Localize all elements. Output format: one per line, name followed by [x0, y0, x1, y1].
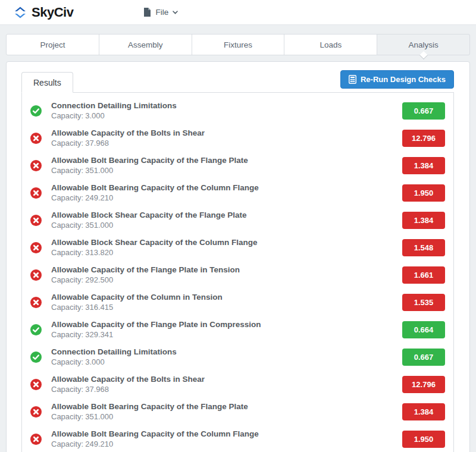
design-check-row[interactable]: Allowable Capacity of the Bolts in Shear… — [29, 371, 446, 398]
check-capacity: Capacity:292.500 — [51, 275, 402, 285]
results-list: Connection Detailing Limitations Capacit… — [21, 92, 454, 452]
check-capacity: Capacity:351.000 — [51, 220, 402, 230]
check-capacity: Capacity:249.210 — [51, 193, 402, 203]
check-capacity: Capacity:37.968 — [51, 384, 402, 394]
capacity-prefix: Capacity: — [51, 385, 83, 394]
chevron-down-icon — [173, 11, 178, 14]
ratio-badge: 12.796 — [402, 376, 445, 393]
check-title: Allowable Bolt Bearing Capacity of the C… — [51, 183, 402, 193]
ratio-badge: 0.667 — [402, 102, 445, 120]
skyciv-logo[interactable]: SkyCiv — [13, 5, 73, 20]
capacity-prefix: Capacity: — [51, 303, 83, 312]
x-circle-icon — [30, 242, 42, 253]
panel-head: Results Re-Run Design Checks — [21, 70, 454, 92]
check-title: Allowable Capacity of the Bolts in Shear — [51, 374, 402, 384]
design-check-row[interactable]: Allowable Capacity of the Flange Plate i… — [29, 261, 446, 288]
capacity-value: 249.210 — [85, 193, 113, 202]
tab-label: Loads — [320, 40, 342, 49]
capacity-value: 249.210 — [85, 440, 113, 448]
check-capacity: Capacity:313.820 — [51, 247, 402, 258]
analysis-panel: Results Re-Run Design Checks — [6, 61, 470, 452]
capacity-prefix: Capacity: — [51, 357, 83, 366]
capacity-value: 3.000 — [85, 111, 105, 120]
capacity-value: 37.968 — [85, 385, 109, 394]
capacity-value: 351.000 — [85, 412, 113, 421]
capacity-prefix: Capacity: — [51, 221, 83, 230]
x-circle-icon — [30, 133, 42, 144]
capacity-prefix: Capacity: — [51, 193, 83, 202]
ratio-badge: 1.535 — [402, 294, 445, 311]
design-check-row[interactable]: Allowable Block Shear Capacity of the Fl… — [29, 206, 446, 234]
main-tab-bar: ProjectAssemblyFixturesLoadsAnalysis — [6, 34, 470, 55]
tab-label: Project — [40, 40, 65, 49]
capacity-prefix: Capacity: — [51, 330, 83, 339]
ratio-badge: 0.667 — [402, 349, 445, 366]
tab-analysis[interactable]: Analysis — [377, 34, 470, 55]
capacity-prefix: Capacity: — [51, 166, 83, 175]
check-title: Allowable Bolt Bearing Capacity of the F… — [51, 401, 402, 412]
design-check-row[interactable]: Allowable Bolt Bearing Capacity of the F… — [29, 398, 446, 425]
check-circle-icon — [30, 105, 42, 117]
check-capacity: Capacity:351.000 — [51, 165, 402, 175]
file-menu[interactable]: File — [143, 8, 178, 17]
tab-loads[interactable]: Loads — [284, 34, 377, 55]
design-check-row[interactable]: Connection Detailing Limitations Capacit… — [29, 97, 446, 124]
x-circle-icon — [30, 187, 42, 199]
capacity-value: 313.820 — [85, 248, 113, 257]
logo-text: SkyCiv — [32, 5, 73, 20]
rerun-design-checks-button[interactable]: Re-Run Design Checks — [340, 70, 454, 89]
tab-label: Assembly — [128, 40, 163, 49]
tab-fixtures[interactable]: Fixtures — [192, 34, 285, 55]
capacity-value: 37.968 — [85, 139, 109, 147]
check-title: Allowable Capacity of the Flange Plate i… — [51, 265, 402, 275]
check-capacity: Capacity:316.415 — [51, 302, 402, 312]
check-title: Allowable Capacity of the Flange Plate i… — [51, 319, 402, 329]
x-circle-icon — [30, 297, 42, 308]
capacity-value: 316.415 — [85, 303, 113, 312]
capacity-prefix: Capacity: — [51, 111, 83, 120]
capacity-prefix: Capacity: — [51, 275, 83, 284]
check-title: Allowable Block Shear Capacity of the Fl… — [51, 210, 402, 220]
check-title: Allowable Capacity of the Bolts in Shear — [51, 128, 402, 138]
tab-label: Fixtures — [224, 40, 252, 49]
ratio-badge: 1.548 — [402, 239, 445, 256]
design-check-row[interactable]: Allowable Block Shear Capacity of the Co… — [29, 234, 446, 261]
x-circle-icon — [30, 160, 42, 171]
capacity-prefix: Capacity: — [51, 248, 83, 257]
x-circle-icon — [30, 269, 42, 281]
capacity-prefix: Capacity: — [51, 412, 83, 421]
design-check-row[interactable]: Allowable Capacity of the Bolts in Shear… — [29, 124, 446, 152]
file-icon — [143, 8, 151, 17]
design-check-row[interactable]: Allowable Bolt Bearing Capacity of the F… — [29, 152, 446, 179]
tab-assembly[interactable]: Assembly — [99, 34, 192, 55]
check-capacity: Capacity:3.000 — [51, 111, 402, 121]
rerun-button-label: Re-Run Design Checks — [361, 75, 446, 84]
skyciv-logo-icon — [13, 5, 27, 20]
check-capacity: Capacity:329.341 — [51, 329, 402, 340]
check-title: Allowable Block Shear Capacity of the Co… — [51, 237, 402, 247]
x-circle-icon — [30, 215, 42, 226]
x-circle-icon — [30, 406, 42, 418]
design-check-row[interactable]: Allowable Capacity of the Flange Plate i… — [29, 316, 446, 343]
ratio-badge: 1.950 — [402, 431, 445, 448]
design-check-row[interactable]: Allowable Capacity of the Column in Tens… — [29, 288, 446, 316]
tab-results[interactable]: Results — [21, 72, 73, 93]
check-title: Connection Detailing Limitations — [51, 347, 402, 357]
capacity-value: 329.341 — [85, 330, 113, 339]
x-circle-icon — [30, 434, 42, 445]
check-capacity: Capacity:351.000 — [51, 412, 402, 422]
check-title: Allowable Bolt Bearing Capacity of the F… — [51, 155, 402, 165]
tab-label: Analysis — [408, 40, 438, 49]
ratio-badge: 0.664 — [402, 321, 445, 338]
capacity-value: 351.000 — [85, 221, 113, 230]
capacity-value: 292.500 — [85, 275, 113, 284]
design-check-row[interactable]: Connection Detailing Limitations Capacit… — [29, 343, 446, 371]
check-title: Allowable Capacity of the Column in Tens… — [51, 292, 402, 302]
tab-project[interactable]: Project — [6, 34, 99, 55]
ratio-badge: 1.950 — [402, 184, 445, 202]
check-title: Allowable Bolt Bearing Capacity of the C… — [51, 429, 402, 439]
check-capacity: Capacity:249.210 — [51, 439, 402, 449]
ratio-badge: 1.384 — [402, 212, 445, 229]
design-check-row[interactable]: Allowable Bolt Bearing Capacity of the C… — [29, 425, 446, 452]
design-check-row[interactable]: Allowable Bolt Bearing Capacity of the C… — [29, 179, 446, 206]
